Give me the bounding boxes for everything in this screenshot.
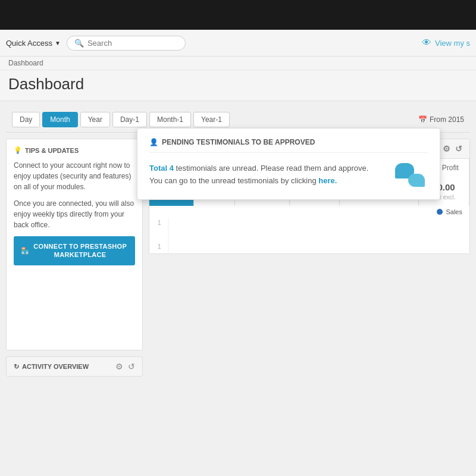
modal-header: 👤 PENDING TESTIMONIALS TO BE APPROVED [149,138,428,153]
nav-bar: Quick Access ▼ 🔍 👁 View my s [0,30,476,57]
quick-access-button[interactable]: Quick Access ▼ [6,39,61,48]
caret-down-icon: ▼ [55,40,61,46]
page-title: Dashboard [8,75,468,93]
breadcrumb-text: Dashboard [8,59,43,67]
view-store-link[interactable]: 👁 View my s [422,37,470,48]
modal-line1: Total 4 testimonials are unread. Please … [149,162,392,175]
pending-testimonials-modal: 👤 PENDING TESTIMONIALS TO BE APPROVED To… [137,128,440,200]
modal-body: Total 4 testimonials are unread. Please … [149,160,428,190]
store-icon: 🏪 [21,246,29,255]
left-panel: 💡 TIPS & UPDATES Connect to your account… [6,139,143,377]
quick-access-label: Quick Access [6,39,52,48]
tab-month-minus1[interactable]: Month-1 [149,112,191,127]
from-date-label: From 2015 [430,115,464,124]
activity-header-label: ACTIVITY OVERVIEW [22,363,89,370]
connect-button[interactable]: 🏪 CONNECT TO PRESTASHOP MARKETPLACE [14,236,135,265]
search-input[interactable] [87,39,171,48]
dashboard-settings-icon[interactable]: ⚙ [443,144,450,154]
modal-line2: You can go to the unread testimonials by… [149,175,392,187]
from-date: 📅 From 2015 [418,115,464,124]
svg-text:1: 1 [158,220,161,226]
calendar-icon: 📅 [418,115,427,124]
tab-month[interactable]: Month [42,112,77,127]
chat-icon-container [392,160,428,190]
here-link[interactable]: here. [318,176,337,185]
modal-line2-text: You can go to the unread testimonials by… [149,176,317,185]
modal-header-text: PENDING TESTIMONIALS TO BE APPROVED [162,138,315,146]
view-store-label: View my s [435,39,470,48]
tips-body2: Once you are connected, you will also en… [14,198,135,230]
settings-icon[interactable]: ⚙ [115,362,123,371]
modal-total-pre: Total [149,164,170,173]
tips-body1: Connect to your account right now to enj… [14,160,135,192]
activity-panel: ↻ ACTIVITY OVERVIEW ⚙ ↺ [6,356,143,377]
lightbulb-icon: 💡 [14,146,22,154]
modal-total-count: 4 [170,164,174,173]
tab-day[interactable]: Day [12,112,40,127]
modal-body-text: Total 4 testimonials are unread. Please … [149,162,392,187]
chart-legend: Sales [149,206,469,218]
top-bar [0,0,476,30]
eye-icon: 👁 [422,37,431,48]
breadcrumb: Dashboard [0,57,476,70]
legend-sales-label: Sales [446,208,462,215]
search-icon: 🔍 [74,39,84,48]
tab-day-minus1[interactable]: Day-1 [112,112,147,127]
tips-panel: 💡 TIPS & UPDATES Connect to your account… [6,139,143,350]
tips-header-label: TIPS & UPDATES [25,147,79,154]
main-content: Day Month Year Day-1 Month-1 Year-1 📅 Fr… [0,101,476,476]
person-icon: 👤 [149,138,158,146]
tips-header: 💡 TIPS & UPDATES [14,146,135,154]
chart-area: 1 1 [149,218,469,253]
sales-chart: 1 1 [156,218,462,253]
circle-arrow-icon: ↻ [14,363,19,371]
search-bar-container: 🔍 [67,36,186,51]
chat-bubble-2 [408,174,425,187]
svg-text:1: 1 [158,243,161,250]
legend-dot-sales [437,209,443,215]
page-title-bar: Dashboard [0,70,476,101]
dashboard-refresh-icon[interactable]: ↺ [455,144,462,154]
refresh-icon[interactable]: ↺ [128,362,135,371]
tab-year-minus1[interactable]: Year-1 [193,112,230,127]
activity-action-icons: ⚙ ↺ [115,362,135,371]
activity-header: ↻ ACTIVITY OVERVIEW [14,363,89,371]
tab-year[interactable]: Year [80,112,110,127]
dashboard-panel-icons: ⚙ ↺ [443,144,462,154]
chat-bubbles-icon [395,163,425,187]
modal-body-mid: testimonials are unread. Please read the… [176,164,369,173]
connect-button-label: CONNECT TO PRESTASHOP MARKETPLACE [32,242,128,259]
